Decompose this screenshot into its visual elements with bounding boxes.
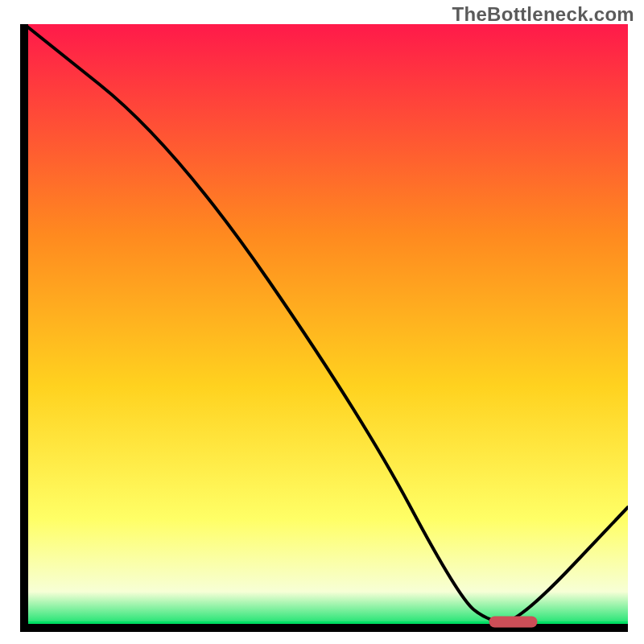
chart-svg	[16, 24, 628, 636]
optimal-marker	[489, 617, 538, 628]
chart-container: TheBottleneck.com	[0, 0, 644, 644]
chart-background	[24, 24, 628, 628]
watermark-text: TheBottleneck.com	[452, 3, 634, 26]
plot-area	[16, 24, 628, 636]
